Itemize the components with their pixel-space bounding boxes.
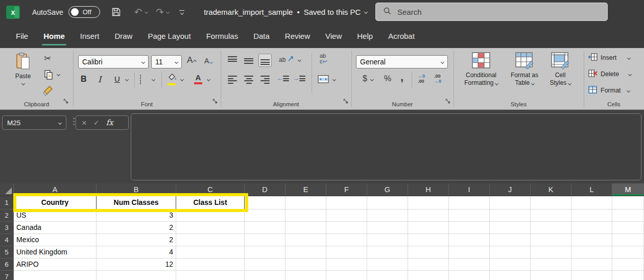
borders-button[interactable] (140, 75, 141, 84)
cell-I3[interactable] (449, 222, 490, 234)
cell-J6[interactable] (490, 259, 531, 271)
top-align-button[interactable] (228, 56, 237, 65)
tab-review[interactable]: Review (277, 24, 318, 48)
cell-C5[interactable] (176, 246, 245, 259)
accounting-chevron-icon[interactable] (370, 78, 374, 81)
col-header-A[interactable]: A (14, 183, 97, 196)
decrease-decimal-button[interactable]: .00→0 (434, 74, 441, 84)
cell-M2[interactable] (612, 209, 644, 222)
tab-file[interactable]: File (8, 24, 36, 48)
cell-D6[interactable] (245, 259, 285, 271)
cell-L3[interactable] (571, 222, 612, 234)
cell-C4[interactable] (176, 234, 245, 246)
merge-center-chevron-icon[interactable] (332, 78, 336, 81)
tab-formulas[interactable]: Formulas (199, 24, 246, 48)
col-header-M[interactable]: M (612, 183, 644, 196)
col-header-K[interactable]: K (531, 183, 571, 196)
percent-style-button[interactable]: % (384, 74, 391, 83)
copy-icon[interactable] (44, 69, 53, 82)
cell-G1[interactable] (367, 196, 408, 209)
orientation-chevron-icon[interactable] (298, 58, 301, 62)
redo-icon[interactable]: ↷ (156, 6, 169, 18)
delete-cells-button[interactable]: Delete (588, 69, 631, 79)
cell-I1[interactable] (449, 196, 490, 209)
cell-J3[interactable] (490, 222, 531, 234)
cell-C3[interactable] (176, 222, 245, 234)
tab-draw[interactable]: Draw (107, 24, 140, 48)
cell-C7[interactable] (176, 271, 245, 280)
cell-H3[interactable] (408, 222, 449, 234)
row-header-1[interactable]: 1 (0, 196, 14, 209)
cell-D2[interactable] (245, 209, 285, 222)
excel-logo-icon[interactable]: x (6, 6, 20, 19)
cell-E2[interactable] (285, 209, 326, 222)
col-header-B[interactable]: B (97, 183, 176, 196)
row-header-4[interactable]: 4 (0, 234, 14, 246)
cell-H2[interactable] (408, 209, 449, 222)
tab-page-layout[interactable]: Page Layout (140, 24, 198, 48)
cell-I6[interactable] (449, 259, 490, 271)
customize-quick-access-icon[interactable] (179, 10, 184, 14)
decrease-font-size-button[interactable]: A (204, 57, 212, 65)
font-color-chevron-icon[interactable] (207, 78, 210, 81)
cell-E7[interactable] (285, 271, 326, 280)
cell-B5[interactable]: 4 (97, 246, 176, 259)
cell-D7[interactable] (245, 271, 285, 280)
cell-J2[interactable] (490, 209, 531, 222)
cell-K2[interactable] (531, 209, 571, 222)
middle-align-button[interactable] (244, 56, 253, 65)
cell-J4[interactable] (490, 234, 531, 246)
cell-L6[interactable] (571, 259, 612, 271)
cell-G4[interactable] (367, 234, 408, 246)
col-header-J[interactable]: J (490, 183, 531, 196)
conditional-formatting-button[interactable]: Conditional Formatting (460, 52, 503, 87)
formula-input[interactable] (131, 113, 641, 180)
tab-view[interactable]: View (318, 24, 349, 48)
borders-chevron-icon[interactable] (152, 78, 155, 81)
italic-button[interactable]: I (98, 75, 101, 84)
col-header-E[interactable]: E (285, 183, 326, 196)
format-cells-button[interactable]: Format (588, 86, 630, 95)
save-status[interactable]: Saved to this PC (304, 8, 361, 16)
cell-H4[interactable] (408, 234, 449, 246)
cell-I7[interactable] (449, 271, 490, 280)
cell-C1[interactable]: Class List (176, 196, 245, 209)
increase-decimal-button[interactable]: ←0.00 (418, 74, 425, 84)
cancel-icon[interactable]: × (82, 119, 87, 127)
cell-H6[interactable] (408, 259, 449, 271)
cell-H5[interactable] (408, 246, 449, 259)
col-header-L[interactable]: L (571, 183, 612, 196)
cell-styles-button[interactable]: Cell Styles (544, 52, 576, 87)
fill-color-button[interactable] (168, 73, 177, 85)
comma-style-button[interactable]: , (400, 71, 403, 84)
cell-K5[interactable] (531, 246, 571, 259)
cell-K1[interactable] (531, 196, 571, 209)
cell-B7[interactable] (97, 271, 176, 280)
orientation-button[interactable]: ab (279, 55, 294, 63)
insert-function-icon[interactable]: fx (106, 118, 113, 127)
cell-A4[interactable]: Mexico (14, 234, 97, 246)
undo-icon[interactable]: ↶ (134, 6, 148, 18)
cell-F4[interactable] (326, 234, 367, 246)
cell-K7[interactable] (531, 271, 571, 280)
search-input[interactable]: Search (375, 3, 608, 21)
insert-cells-button[interactable]: Insert (588, 53, 630, 62)
bottom-align-button[interactable] (258, 54, 272, 67)
col-header-H[interactable]: H (408, 183, 449, 196)
cell-D4[interactable] (245, 234, 285, 246)
cell-G2[interactable] (367, 209, 408, 222)
cell-E6[interactable] (285, 259, 326, 271)
decrease-indent-button[interactable]: ← (277, 75, 289, 82)
cell-M4[interactable] (612, 234, 644, 246)
fill-color-chevron-icon[interactable] (180, 78, 184, 81)
wrap-text-button[interactable]: ab c↩ (320, 53, 327, 64)
tab-home[interactable]: Home (36, 24, 73, 48)
font-size-select[interactable]: 11 (151, 55, 182, 68)
format-painter-icon[interactable] (43, 85, 54, 98)
cell-C2[interactable] (176, 209, 245, 222)
cell-M3[interactable] (612, 222, 644, 234)
row-header-6[interactable]: 6 (0, 259, 14, 271)
cell-G7[interactable] (367, 271, 408, 280)
cell-A3[interactable]: Canada (14, 222, 97, 234)
font-color-button[interactable]: A (194, 73, 202, 84)
